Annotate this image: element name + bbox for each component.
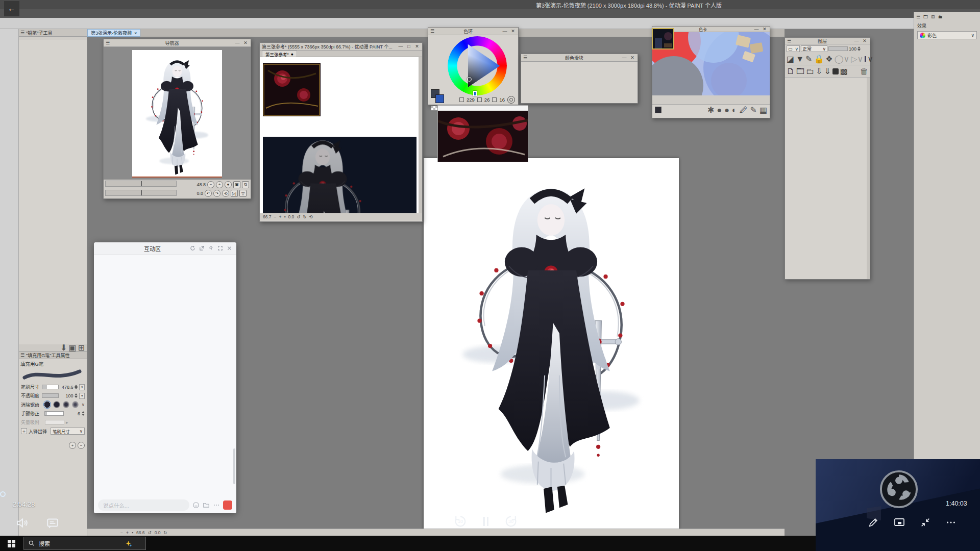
- chat-pin-icon[interactable]: [208, 245, 214, 251]
- navigator-flip-v-icon[interactable]: ▽: [239, 190, 247, 197]
- navigator-flip-h-icon[interactable]: ▷|: [231, 190, 238, 197]
- chat-more-icon[interactable]: [213, 502, 220, 509]
- new-brush-icon[interactable]: ▣: [68, 343, 76, 353]
- import-brush-icon[interactable]: ⬇: [60, 343, 67, 353]
- reference-tab[interactable]: 第三张参考* ●: [262, 51, 297, 57]
- reference-reset-icon[interactable]: ⟲: [309, 214, 313, 219]
- chat-folder-icon[interactable]: [203, 502, 210, 509]
- antialias-weak-button[interactable]: [53, 401, 60, 408]
- canvas-fit-icon[interactable]: ▪: [132, 530, 133, 535]
- color-slider-titlebar[interactable]: ☰ 颜色滑块 — ✕: [521, 54, 638, 62]
- panel-zoom-in-icon[interactable]: +: [69, 442, 76, 449]
- main-canvas[interactable]: [424, 158, 679, 530]
- navigator-fit-icon[interactable]: ▣: [233, 181, 240, 188]
- delete-brush-icon[interactable]: ⊞: [78, 343, 85, 353]
- sv-selector[interactable]: [467, 77, 472, 82]
- inout-dropdown[interactable]: 笔刷尺寸 ∨: [51, 428, 85, 435]
- reference-fit-icon[interactable]: ▪: [284, 214, 285, 219]
- canvas-rotate-right-icon[interactable]: ↻: [163, 530, 167, 535]
- exit-fullscreen-icon[interactable]: [920, 517, 931, 528]
- palette-dot1-icon[interactable]: ●: [717, 106, 722, 115]
- delete-layer-icon[interactable]: 🗑: [860, 67, 868, 76]
- reference-maximize-icon[interactable]: □: [406, 44, 412, 49]
- start-button[interactable]: [0, 536, 22, 551]
- navigator-rotate-slider[interactable]: [105, 190, 177, 196]
- palette-gear-icon[interactable]: ✱: [707, 105, 714, 115]
- reference-titlebar[interactable]: 第三张参考* (5555 x 7366px 350dpi 66.7%) - 优动…: [260, 43, 422, 51]
- layer-type-dropdown[interactable]: ▭∨: [787, 45, 800, 52]
- navigator-titlebar[interactable]: ☰ 导航器 — ✕: [104, 39, 251, 47]
- chat-emoji-icon[interactable]: [192, 502, 200, 509]
- opacity-option-button[interactable]: ▾: [79, 393, 85, 399]
- merge-layer-icon[interactable]: ⇓: [824, 66, 830, 76]
- transfer-layer-icon[interactable]: ⇩: [816, 66, 822, 76]
- lock-alpha-icon[interactable]: ▼: [796, 55, 804, 64]
- color-slider-close-icon[interactable]: ✕: [629, 55, 635, 60]
- dock-icon-a[interactable]: 🗔: [923, 14, 928, 19]
- palette-source-thumbnail[interactable]: [652, 28, 674, 49]
- chat-scrollbar[interactable]: [233, 448, 235, 484]
- dock-icon-c[interactable]: 🖿: [938, 14, 943, 19]
- pause-button[interactable]: [483, 517, 488, 526]
- chat-close-icon[interactable]: [227, 245, 232, 251]
- edit-note-icon[interactable]: [868, 517, 879, 528]
- ruler-icon[interactable]: ◯∨: [835, 54, 850, 64]
- palette-pen-icon[interactable]: ✎: [750, 105, 756, 115]
- chat-input[interactable]: 说点什么...: [98, 499, 189, 511]
- antialias-none-button[interactable]: [44, 401, 51, 408]
- mask-create-icon[interactable]: [832, 68, 839, 74]
- chat-sticker-icon[interactable]: [223, 500, 232, 510]
- new-folder-icon[interactable]: 🗀: [806, 67, 814, 76]
- antialias-mid-button[interactable]: [63, 401, 69, 408]
- document-tab[interactable]: 第3张演示-伦敦夜憩 ×: [87, 29, 140, 37]
- color-wheel-minimize-icon[interactable]: —: [502, 29, 508, 34]
- navigator-minimize-icon[interactable]: —: [234, 40, 240, 45]
- floating-reference-thumbnail[interactable]: [437, 105, 528, 162]
- color-slider-minimize-icon[interactable]: —: [621, 55, 627, 60]
- color-wheel-titlebar[interactable]: ☰ 色环 — ✕: [428, 28, 518, 35]
- palette-color-dropdown-icon[interactable]: ∨: [867, 54, 873, 64]
- reference-zoom-out-icon[interactable]: −: [274, 214, 277, 219]
- panel-zoom-out-icon[interactable]: −: [78, 442, 85, 449]
- panel-menu-icon[interactable]: ☰: [787, 38, 791, 43]
- folder-set-icon[interactable]: ▷∨: [851, 54, 863, 64]
- forward-30-button[interactable]: 30: [504, 514, 518, 529]
- opacity-spinner[interactable]: [75, 393, 78, 398]
- brush-size-slider[interactable]: [42, 385, 59, 389]
- blend-mode-dropdown[interactable]: 正常∨: [801, 45, 827, 52]
- navigator-preview[interactable]: [104, 47, 251, 180]
- layers-minimize-icon[interactable]: —: [853, 38, 860, 43]
- antialias-dropdown-icon[interactable]: ∨: [81, 402, 85, 407]
- canvas-rotate-left-icon[interactable]: ↺: [148, 530, 152, 535]
- navigator-zoom-in-icon[interactable]: +: [216, 181, 223, 188]
- color-wheel-close-icon[interactable]: ✕: [510, 29, 516, 34]
- reference-canvas[interactable]: [260, 57, 422, 213]
- sub-color-chip[interactable]: [435, 94, 444, 103]
- chat-header[interactable]: 互动区: [94, 242, 236, 255]
- panel-menu-icon[interactable]: ☰: [20, 30, 24, 35]
- stabilize-spinner[interactable]: [82, 411, 85, 416]
- opacity-slider[interactable]: [42, 393, 59, 398]
- rewind-10-button[interactable]: 10: [453, 514, 468, 529]
- palette-close-icon[interactable]: ✕: [762, 27, 768, 32]
- expression-color-dropdown[interactable]: 彩色 ∨: [917, 31, 977, 39]
- palette-minimize-icon[interactable]: —: [753, 27, 760, 32]
- canvas-zoom-out-icon[interactable]: −: [120, 530, 123, 535]
- layer-opacity-slider[interactable]: [828, 46, 848, 51]
- reference-minimize-icon[interactable]: —: [398, 44, 404, 49]
- antialias-strong-button[interactable]: [72, 401, 79, 408]
- layers-titlebar[interactable]: ☰ 图层 — ✕: [785, 38, 870, 44]
- navigator-zoom-out-icon[interactable]: −: [207, 181, 214, 188]
- lock-icon[interactable]: 🔒: [814, 54, 824, 64]
- chat-expand-icon[interactable]: [217, 245, 223, 251]
- wheel-mode-icon[interactable]: [507, 96, 515, 104]
- dock-icon-b[interactable]: ⊞: [931, 14, 935, 19]
- panel-menu-icon[interactable]: ☰: [20, 353, 24, 358]
- reference-zoom-in-icon[interactable]: +: [279, 214, 282, 219]
- navigator-reset-icon[interactable]: ⟲: [222, 190, 229, 197]
- navigator-fullview-icon[interactable]: ⧉: [242, 181, 249, 188]
- layer-opacity-spinner[interactable]: [857, 46, 861, 51]
- new-vector-layer-icon[interactable]: 🗔: [796, 67, 804, 76]
- player-more-icon[interactable]: [945, 517, 957, 528]
- layers-close-icon[interactable]: ✕: [862, 38, 868, 43]
